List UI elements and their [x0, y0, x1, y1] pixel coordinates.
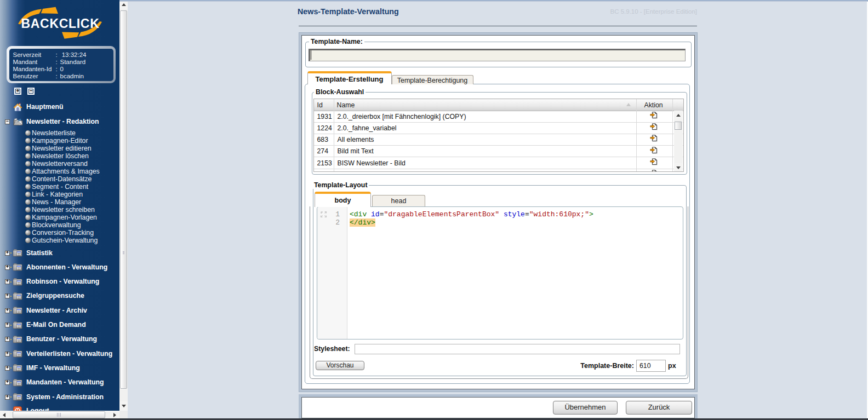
svg-text:BACKCLICK: BACKCLICK — [21, 16, 99, 31]
